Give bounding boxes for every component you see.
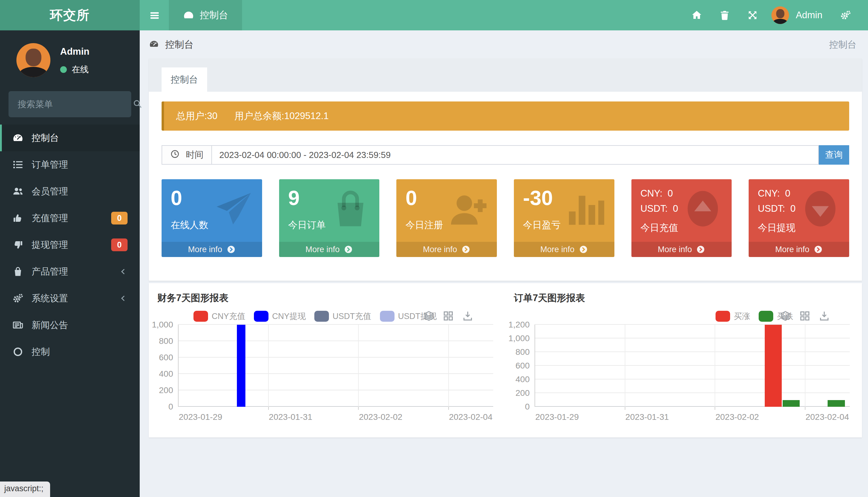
y-axis-tick-label: 1,200 <box>508 320 530 330</box>
y-axis-tick-label: 400 <box>159 369 173 379</box>
y-axis-line <box>535 325 535 407</box>
more-info-link[interactable]: More info <box>162 242 262 257</box>
breadcrumb[interactable]: 控制台 <box>149 38 193 51</box>
y-axis-tick-label: 1,000 <box>508 333 530 343</box>
x-axis-tick <box>625 407 625 410</box>
more-info-label: More info <box>188 245 222 254</box>
fullscreen-button[interactable] <box>739 0 767 30</box>
sidebar-item-label: 订单管理 <box>32 159 68 171</box>
info-box-label: 今日盈亏 <box>523 219 605 231</box>
sidebar-item-label: 新闻公告 <box>32 319 68 331</box>
sidebar-item-label: 控制 <box>32 346 50 358</box>
info-box-number: 9 <box>288 186 371 210</box>
sidebar-menu: 控制台订单管理会员管理充值管理0提现管理0产品管理系统设置新闻公告控制 <box>0 125 140 365</box>
nav-tab-dashboard[interactable]: 控制台 <box>169 0 242 30</box>
sidebar-toggle-button[interactable] <box>140 0 169 30</box>
vertical-gridline <box>714 325 715 407</box>
gridline <box>535 324 850 325</box>
arrow-circle-right-icon <box>461 245 471 254</box>
legend-label: 买涨 <box>734 311 750 322</box>
bar-买跌-2023-02-03 <box>783 400 800 407</box>
chart-legend: CNY充值CNY提现USDT充值USDT提现 <box>178 309 437 323</box>
user-menu-label: Admin <box>796 10 822 21</box>
arrow-circle-right-icon <box>227 245 236 254</box>
tiled-icon[interactable] <box>799 310 811 322</box>
search-icon[interactable] <box>132 98 142 110</box>
info-box-今日注册: 0今日注册More info <box>396 179 497 257</box>
more-info-link[interactable]: More info <box>514 242 614 257</box>
sidebar-item-系统设置[interactable]: 系统设置 <box>0 285 140 312</box>
sidebar-item-提现管理[interactable]: 提现管理0 <box>0 231 140 258</box>
sidebar: Admin 在线 控制台订单管理会员管理充值管理0提现管理0产品管理系统设置新闻… <box>0 30 140 497</box>
x-axis-tick <box>268 407 269 410</box>
sidebar-item-产品管理[interactable]: 产品管理 <box>0 258 140 285</box>
sidebar-item-订单管理[interactable]: 订单管理 <box>0 151 140 178</box>
sidebar-item-控制台[interactable]: 控制台 <box>0 125 140 151</box>
settings-button[interactable] <box>831 0 859 30</box>
download-icon[interactable] <box>818 310 830 322</box>
info-box-label: 今日注册 <box>405 219 488 231</box>
sidebar-item-会员管理[interactable]: 会员管理 <box>0 178 140 205</box>
x-axis-tick <box>448 407 449 410</box>
more-info-link[interactable]: More info <box>279 242 380 257</box>
info-box-number: 0 <box>405 186 488 210</box>
legend-swatch <box>380 311 394 322</box>
chart-title: 财务7天图形报表 <box>157 292 228 304</box>
stack-icon[interactable] <box>423 310 435 322</box>
info-box-row: 0在线人数More info9今日订单More info0今日注册More in… <box>162 179 849 257</box>
download-icon[interactable] <box>462 310 474 322</box>
sidebar-user-name: Admin <box>60 46 89 57</box>
gridline <box>178 357 493 358</box>
legend-item-买涨[interactable]: 买涨 <box>715 311 750 322</box>
legend-item-CNY充值[interactable]: CNY充值 <box>193 311 245 322</box>
tiled-icon[interactable] <box>442 310 454 322</box>
bag-icon <box>12 266 24 278</box>
user-menu[interactable]: Admin <box>767 6 831 24</box>
tab-dashboard[interactable]: 控制台 <box>162 68 207 92</box>
stack-icon[interactable] <box>779 310 792 322</box>
gauge-icon <box>183 10 194 21</box>
content-header: 控制台 控制台 <box>140 30 868 58</box>
more-info-label: More info <box>658 245 692 254</box>
sidebar-item-控制[interactable]: 控制 <box>0 338 140 365</box>
gridline <box>535 352 850 352</box>
home-button[interactable] <box>683 0 711 30</box>
online-status-label: 在线 <box>72 64 89 75</box>
chevron-left-icon <box>118 267 128 276</box>
thumbs-down-icon <box>12 239 24 251</box>
sidebar-user-panel: Admin 在线 <box>0 30 140 83</box>
more-info-link[interactable]: More info <box>749 242 849 257</box>
sidebar-item-label: 产品管理 <box>32 266 68 278</box>
sidebar-user-status: 在线 <box>60 64 89 75</box>
nav-tab-label: 控制台 <box>200 9 228 22</box>
clear-cache-button[interactable] <box>711 0 739 30</box>
arrow-circle-right-icon <box>814 245 823 254</box>
count-badge: 0 <box>111 239 128 251</box>
date-range-input[interactable] <box>212 145 819 165</box>
gridline <box>535 379 850 380</box>
arrow-circle-right-icon <box>579 245 588 254</box>
time-filter-label: 时间 <box>162 145 212 165</box>
newspaper-icon <box>12 319 24 331</box>
more-info-link[interactable]: More info <box>632 242 732 257</box>
x-axis-tick-label: 2023-01-31 <box>625 412 669 422</box>
more-info-label: More info <box>775 245 809 254</box>
legend-item-USDT充值[interactable]: USDT充值 <box>314 311 372 322</box>
total-balance-label: 用户总余额:1029512.1 <box>234 110 329 123</box>
more-info-label: More info <box>540 245 575 254</box>
info-box-value: CNY: 0 <box>758 186 840 201</box>
query-button[interactable]: 查询 <box>819 145 849 165</box>
sidebar-item-新闻公告[interactable]: 新闻公告 <box>0 312 140 338</box>
gridline <box>535 338 850 338</box>
legend-item-CNY提现[interactable]: CNY提现 <box>254 311 306 322</box>
gridline <box>178 341 493 341</box>
more-info-link[interactable]: More info <box>396 242 497 257</box>
menu-search-input[interactable] <box>18 99 132 109</box>
gauge-icon <box>12 132 24 144</box>
info-box-今日充值: CNY: 0USDT: 0今日充值More info <box>632 179 732 257</box>
legend-swatch <box>759 311 773 322</box>
avatar <box>771 6 789 24</box>
sidebar-item-充值管理[interactable]: 充值管理0 <box>0 205 140 231</box>
brand-logo[interactable]: 环交所 <box>0 0 140 30</box>
x-axis-tick-label: 2023-02-02 <box>715 412 759 422</box>
